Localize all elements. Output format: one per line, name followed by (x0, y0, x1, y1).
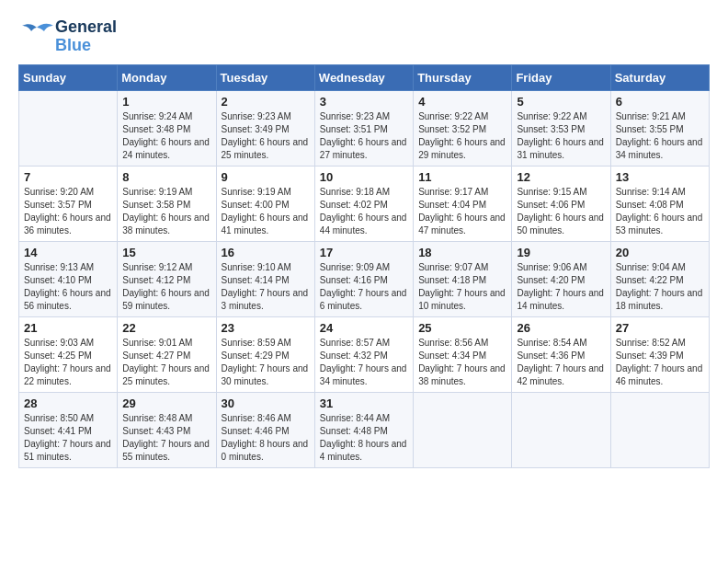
day-number: 17 (320, 246, 408, 259)
calendar-week-row: 14Sunrise: 9:13 AMSunset: 4:10 PMDayligh… (19, 242, 710, 317)
day-info: Sunrise: 9:15 AMSunset: 4:06 PMDaylight:… (517, 186, 605, 237)
weekday-header: Wednesday (314, 65, 413, 91)
daylight-text: Daylight: 7 hours and 6 minutes. (320, 287, 408, 313)
day-info: Sunrise: 9:23 AMSunset: 3:51 PMDaylight:… (320, 110, 408, 162)
sunset-text: Sunset: 4:22 PM (616, 274, 704, 287)
daylight-text: Daylight: 6 hours and 34 minutes. (616, 136, 704, 162)
day-info: Sunrise: 8:54 AMSunset: 4:36 PMDaylight:… (517, 337, 605, 388)
day-info: Sunrise: 9:21 AMSunset: 3:55 PMDaylight:… (616, 110, 704, 162)
sunrise-text: Sunrise: 8:56 AM (418, 337, 506, 350)
calendar-cell (610, 393, 709, 468)
day-number: 6 (616, 95, 704, 109)
daylight-text: Daylight: 6 hours and 56 minutes. (24, 287, 112, 313)
sunrise-text: Sunrise: 8:50 AM (24, 412, 112, 425)
sunset-text: Sunset: 3:48 PM (122, 123, 210, 136)
calendar-week-row: 21Sunrise: 9:03 AMSunset: 4:25 PMDayligh… (19, 317, 710, 393)
day-info: Sunrise: 9:01 AMSunset: 4:27 PMDaylight:… (122, 337, 210, 388)
calendar-cell: 30Sunrise: 8:46 AMSunset: 4:46 PMDayligh… (216, 393, 314, 468)
day-number: 20 (616, 246, 704, 259)
calendar-cell: 12Sunrise: 9:15 AMSunset: 4:06 PMDayligh… (512, 167, 610, 242)
sunset-text: Sunset: 3:53 PM (517, 123, 605, 136)
calendar-cell: 31Sunrise: 8:44 AMSunset: 4:48 PMDayligh… (314, 393, 413, 468)
sunrise-text: Sunrise: 8:54 AM (517, 337, 605, 350)
sunset-text: Sunset: 4:18 PM (418, 274, 506, 287)
calendar-cell: 7Sunrise: 9:20 AMSunset: 3:57 PMDaylight… (19, 167, 118, 242)
day-number: 23 (222, 321, 310, 335)
daylight-text: Daylight: 6 hours and 50 minutes. (517, 212, 605, 237)
day-number: 18 (418, 246, 506, 259)
calendar-cell: 15Sunrise: 9:12 AMSunset: 4:12 PMDayligh… (118, 242, 216, 317)
weekday-header: Sunday (19, 65, 118, 91)
sunrise-text: Sunrise: 9:18 AM (320, 186, 408, 199)
daylight-text: Daylight: 6 hours and 47 minutes. (418, 212, 506, 237)
calendar-cell: 23Sunrise: 8:59 AMSunset: 4:29 PMDayligh… (216, 317, 314, 393)
sunrise-text: Sunrise: 9:19 AM (222, 186, 310, 199)
calendar-cell: 24Sunrise: 8:57 AMSunset: 4:32 PMDayligh… (314, 317, 413, 393)
sunrise-text: Sunrise: 9:01 AM (122, 337, 210, 350)
sunrise-text: Sunrise: 8:59 AM (222, 337, 310, 350)
calendar-cell: 1Sunrise: 9:24 AMSunset: 3:48 PMDaylight… (118, 91, 216, 167)
day-info: Sunrise: 9:13 AMSunset: 4:10 PMDaylight:… (24, 261, 112, 313)
daylight-text: Daylight: 6 hours and 24 minutes. (122, 136, 210, 162)
calendar-week-row: 28Sunrise: 8:50 AMSunset: 4:41 PMDayligh… (19, 393, 710, 468)
day-number: 30 (222, 396, 310, 410)
sunrise-text: Sunrise: 8:52 AM (616, 337, 704, 350)
calendar-cell: 9Sunrise: 9:19 AMSunset: 4:00 PMDaylight… (216, 167, 314, 242)
sunset-text: Sunset: 4:10 PM (24, 274, 112, 287)
sunset-text: Sunset: 4:36 PM (517, 350, 605, 362)
sunset-text: Sunset: 4:27 PM (122, 350, 210, 362)
calendar-cell (414, 393, 512, 468)
day-number: 2 (222, 95, 310, 109)
sunrise-text: Sunrise: 9:13 AM (24, 261, 112, 274)
calendar-cell (19, 91, 118, 167)
daylight-text: Daylight: 6 hours and 44 minutes. (320, 212, 408, 237)
daylight-text: Daylight: 6 hours and 41 minutes. (222, 212, 310, 237)
daylight-text: Daylight: 7 hours and 55 minutes. (122, 438, 210, 464)
daylight-text: Daylight: 7 hours and 30 minutes. (222, 362, 310, 388)
daylight-text: Daylight: 6 hours and 36 minutes. (24, 212, 112, 237)
sunrise-text: Sunrise: 9:10 AM (222, 261, 310, 274)
day-number: 10 (320, 170, 408, 184)
calendar-cell: 20Sunrise: 9:04 AMSunset: 4:22 PMDayligh… (610, 242, 709, 317)
day-number: 12 (517, 170, 605, 184)
sunrise-text: Sunrise: 9:22 AM (418, 110, 506, 123)
day-info: Sunrise: 8:46 AMSunset: 4:46 PMDaylight:… (222, 412, 310, 464)
sunset-text: Sunset: 4:08 PM (616, 199, 704, 212)
day-number: 21 (24, 321, 112, 335)
daylight-text: Daylight: 6 hours and 53 minutes. (616, 212, 704, 237)
day-info: Sunrise: 9:24 AMSunset: 3:48 PMDaylight:… (122, 110, 210, 162)
day-info: Sunrise: 9:19 AMSunset: 4:00 PMDaylight:… (222, 186, 310, 237)
sunrise-text: Sunrise: 9:17 AM (418, 186, 506, 199)
sunset-text: Sunset: 4:43 PM (122, 425, 210, 438)
daylight-text: Daylight: 7 hours and 18 minutes. (616, 287, 704, 313)
sunrise-text: Sunrise: 9:21 AM (616, 110, 704, 123)
day-number: 27 (616, 321, 704, 335)
day-info: Sunrise: 8:59 AMSunset: 4:29 PMDaylight:… (222, 337, 310, 388)
day-info: Sunrise: 9:17 AMSunset: 4:04 PMDaylight:… (418, 186, 506, 237)
sunrise-text: Sunrise: 9:19 AM (122, 186, 210, 199)
day-number: 14 (24, 246, 112, 259)
calendar-cell: 28Sunrise: 8:50 AMSunset: 4:41 PMDayligh… (19, 393, 118, 468)
daylight-text: Daylight: 7 hours and 51 minutes. (24, 438, 112, 464)
day-number: 9 (222, 170, 310, 184)
day-number: 31 (320, 396, 408, 410)
logo-bird-icon (18, 18, 55, 55)
sunrise-text: Sunrise: 8:57 AM (320, 337, 408, 350)
sunset-text: Sunset: 4:16 PM (320, 274, 408, 287)
sunset-text: Sunset: 3:58 PM (122, 199, 210, 212)
day-number: 28 (24, 396, 112, 410)
sunrise-text: Sunrise: 9:15 AM (517, 186, 605, 199)
sunset-text: Sunset: 4:25 PM (24, 350, 112, 362)
calendar-cell: 5Sunrise: 9:22 AMSunset: 3:53 PMDaylight… (512, 91, 610, 167)
sunset-text: Sunset: 4:06 PM (517, 199, 605, 212)
daylight-text: Daylight: 6 hours and 29 minutes. (418, 136, 506, 162)
sunset-text: Sunset: 4:12 PM (122, 274, 210, 287)
day-number: 24 (320, 321, 408, 335)
daylight-text: Daylight: 7 hours and 25 minutes. (122, 362, 210, 388)
daylight-text: Daylight: 7 hours and 38 minutes. (418, 362, 506, 388)
daylight-text: Daylight: 7 hours and 10 minutes. (418, 287, 506, 313)
calendar-cell: 10Sunrise: 9:18 AMSunset: 4:02 PMDayligh… (314, 167, 413, 242)
calendar-cell: 22Sunrise: 9:01 AMSunset: 4:27 PMDayligh… (118, 317, 216, 393)
daylight-text: Daylight: 8 hours and 0 minutes. (222, 438, 310, 464)
sunset-text: Sunset: 4:48 PM (320, 425, 408, 438)
